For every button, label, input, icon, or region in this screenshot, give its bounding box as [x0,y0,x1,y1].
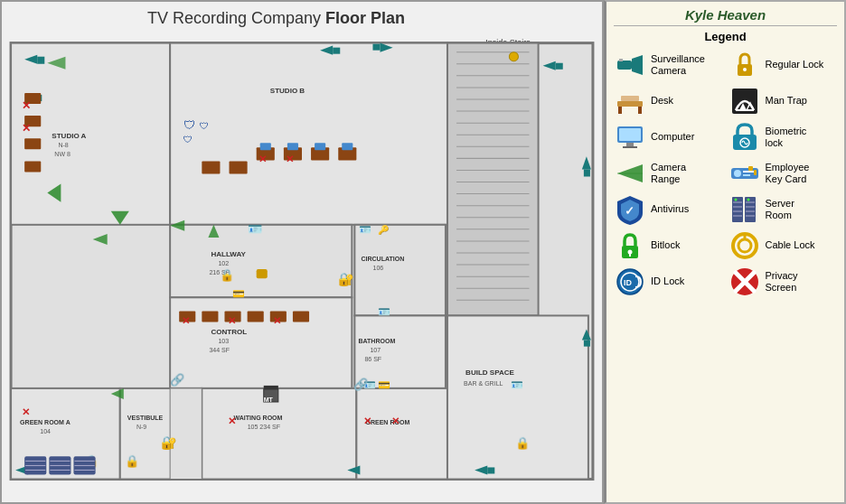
legend-item-id-lock: ID ID Lock [614,266,723,298]
svg-text:86 SF: 86 SF [364,356,381,362]
svg-text:CONTROL: CONTROL [211,328,247,336]
legend-item-employee-card: EmployeeKey Card [728,157,838,190]
svg-text:BATHROOM: BATHROOM [358,338,395,344]
svg-text:✕: ✕ [286,154,294,164]
svg-text:WAITING ROOM: WAITING ROOM [234,415,283,421]
legend-computer-icon [614,121,646,154]
legend-server-room-icon [728,193,761,226]
svg-text:GREEN ROOM: GREEN ROOM [365,419,409,425]
svg-rect-77 [487,467,494,473]
legend-man-trap-label: Man Trap [766,95,807,107]
legend-item-desk: Desk [614,85,723,117]
svg-text:✕: ✕ [22,99,31,112]
legend-camera-range-icon [614,157,646,190]
legend-item-man-trap: Man Trap [728,85,838,117]
svg-rect-100 [24,161,41,172]
svg-rect-179 [732,197,743,222]
svg-text:✕: ✕ [182,315,190,326]
svg-rect-159 [618,107,622,114]
svg-text:CIRCULATION: CIRCULATION [361,256,404,262]
svg-point-69 [509,52,518,61]
svg-text:HALLWAY: HALLWAY [211,250,246,258]
svg-rect-158 [617,101,643,107]
legend-id-lock-label: ID Lock [651,275,684,287]
legend-item-bitlock: Bitlock [614,229,723,262]
svg-rect-38 [354,225,446,316]
svg-rect-104 [342,143,352,150]
floor-plan-svg: STUDIO A N-8 NW 8 STUDIO B HALLWAY 102 2… [2,2,602,502]
svg-text:✕: ✕ [391,415,400,426]
legend-employee-card-icon [728,157,761,190]
svg-text:BAR & GRILL: BAR & GRILL [464,380,503,387]
svg-text:🪪: 🪪 [511,378,523,391]
svg-text:🔒: 🔒 [125,453,140,469]
legend-man-trap-icon [728,85,761,117]
svg-text:N-8: N-8 [58,142,68,148]
legend-camera-label: SurveillanceCamera [651,53,705,77]
svg-text:VESTIBULE: VESTIBULE [127,415,164,421]
svg-rect-146 [257,269,268,278]
svg-point-190 [747,199,749,201]
svg-text:💳: 💳 [232,287,245,300]
svg-text:🔒: 🔒 [515,435,531,451]
svg-rect-73 [584,169,590,176]
legend-server-room-label: ServerRoom [766,198,794,221]
svg-rect-155 [619,59,623,61]
svg-rect-71 [556,63,563,70]
legend-regular-lock-label: Regular Lock [766,59,824,70]
svg-rect-57 [447,315,588,479]
svg-rect-175 [743,174,750,176]
legend-id-lock-icon: ID [614,266,646,298]
svg-text:102: 102 [218,260,229,266]
svg-rect-41 [354,315,446,387]
svg-rect-89 [202,161,220,173]
svg-text:✕: ✕ [363,415,371,426]
svg-text:🔒: 🔒 [220,267,235,283]
svg-rect-1 [447,43,539,316]
svg-rect-30 [170,225,352,297]
legend-desk-icon [614,85,646,117]
svg-rect-96 [293,311,309,322]
svg-text:🔑: 🔑 [378,224,390,236]
svg-rect-167 [623,146,637,148]
svg-rect-161 [621,96,639,101]
svg-text:🛡: 🛡 [200,121,209,131]
svg-rect-153 [617,61,632,70]
svg-text:✕: ✕ [258,154,267,164]
svg-rect-61 [37,57,44,64]
svg-rect-54 [356,388,447,480]
svg-text:🛡: 🛡 [183,118,195,132]
svg-point-157 [743,68,747,71]
svg-text:STUDIO A: STUDIO A [52,132,86,140]
legend-computer-label: Computer [651,131,694,143]
svg-point-173 [734,170,741,177]
legend-antivirus-icon: ✓ [614,193,646,226]
legend-heading: Legend [614,30,837,43]
svg-rect-160 [638,107,642,114]
legend-regular-lock-icon [728,49,761,81]
svg-text:🪪: 🪪 [378,305,390,318]
svg-point-195 [738,239,751,252]
legend-item-cable-lock: Cable Lock [728,229,838,262]
svg-rect-174 [743,171,754,173]
floor-plan: TV Recording Company Floor Plan Inside S… [0,0,604,504]
svg-text:STUDIO B: STUDIO B [270,87,306,95]
legend-biometric-label: Biometriclock [766,126,807,149]
svg-rect-177 [748,166,753,171]
legend-panel: Kyle Heaven Legend SurveillanceCamera [604,0,846,504]
svg-text:🔐: 🔐 [338,271,354,287]
svg-text:104: 104 [40,428,51,434]
svg-rect-99 [24,138,41,149]
legend-item-antivirus: ✓ Antivirus [614,193,723,226]
svg-rect-75 [584,341,590,347]
svg-text:🪪: 🪪 [359,223,371,236]
svg-text:✕: ✕ [228,415,236,426]
svg-text:✕: ✕ [22,122,31,135]
svg-rect-166 [626,143,634,146]
svg-text:🛡: 🛡 [183,135,193,145]
svg-text:344 SF: 344 SF [209,347,230,353]
svg-text:107: 107 [370,347,381,353]
legend-item-biometric: Biometriclock [728,121,838,154]
svg-rect-51 [202,388,356,480]
svg-text:GREEN ROOM A: GREEN ROOM A [20,419,70,425]
